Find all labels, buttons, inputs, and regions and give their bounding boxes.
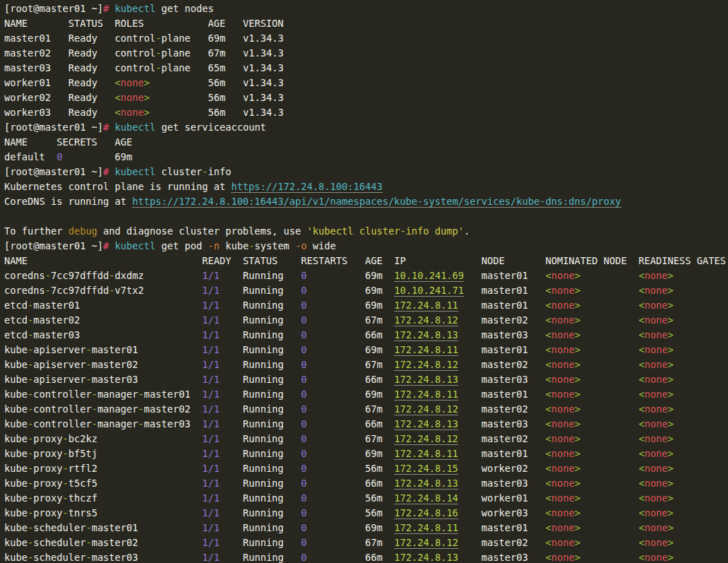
none-value: none: [645, 403, 668, 415]
cell-value: proxy: [33, 463, 62, 474]
cell-value[interactable]: 172.24.8.12: [394, 314, 458, 326]
angle-open: <: [638, 403, 644, 415]
cell-value: master01: [33, 300, 80, 311]
pods-table-row: kube-proxy-t5cf5 1/1 Running 0 66m 172.2…: [4, 476, 728, 491]
cell-value: master03: [482, 478, 528, 489]
cell-value[interactable]: 172.24.8.13: [394, 478, 458, 490]
column-header: NODE: [482, 255, 546, 266]
angle-open: <: [546, 463, 551, 474]
cell-value: plane: [162, 47, 191, 59]
cell-value: 0: [301, 403, 306, 415]
cell-value: v1.34.3: [243, 47, 284, 59]
cell-value: kube: [4, 507, 28, 518]
prompt-user-host: [root@master01 ~]: [4, 122, 103, 133]
cell-value[interactable]: 172.24.8.11: [394, 389, 458, 401]
cell-value[interactable]: 172.24.8.12: [394, 359, 458, 371]
cell-value: master02: [482, 433, 528, 444]
column-header: STATUS: [243, 255, 301, 266]
cell-value[interactable]: 172.24.8.13: [394, 418, 458, 430]
cell-value[interactable]: 172.24.8.13: [394, 552, 458, 563]
output-text[interactable]: https://172.24.8.100:16443: [231, 181, 382, 193]
cell-value[interactable]: 172.24.8.14: [394, 492, 458, 504]
cell-value[interactable]: 172.24.8.11: [394, 522, 458, 534]
hyphen: -: [109, 270, 114, 281]
angle-close: >: [575, 359, 580, 370]
prompt-user-host: [root@master01 ~]: [4, 240, 103, 251]
cell-value[interactable]: 172.24.8.15: [394, 463, 458, 475]
cell-value: Running: [243, 448, 284, 459]
none-value: none: [645, 552, 668, 563]
hyphen: -: [85, 537, 91, 548]
hyphen: -: [28, 374, 33, 385]
angle-open: <: [638, 344, 644, 355]
none-value: none: [645, 300, 668, 311]
output-text[interactable]: https://172.24.8.100:16443/api/v1/namesp…: [132, 196, 621, 208]
cell-value[interactable]: 172.24.8.11: [394, 448, 458, 460]
cell-value: 0: [301, 552, 306, 563]
angle-close: >: [668, 552, 674, 563]
cell-value: 0: [301, 522, 306, 533]
none-value: none: [645, 507, 668, 518]
none-value: none: [551, 359, 575, 370]
hyphen: -: [62, 507, 68, 518]
cell-value[interactable]: 172.24.8.11: [394, 344, 458, 356]
cell-value: 0: [301, 359, 306, 370]
cell-value[interactable]: 10.10.241.69: [394, 270, 464, 282]
cell-value[interactable]: 10.10.241.71: [394, 285, 464, 297]
angle-open: <: [546, 492, 551, 504]
cell-value: controller: [33, 403, 91, 415]
column-header: NAME: [4, 255, 202, 266]
none-value: none: [551, 522, 575, 533]
hyphen: -: [28, 344, 33, 355]
cell-value[interactable]: 172.24.8.12: [394, 433, 458, 445]
none-value: none: [645, 537, 668, 548]
none-value: none: [551, 478, 575, 489]
cell-value: 1/1: [202, 403, 220, 415]
hyphen: -: [155, 47, 161, 59]
none-value: none: [551, 507, 575, 518]
cell-value: master01: [482, 270, 528, 281]
cell-value[interactable]: 172.24.8.12: [394, 537, 458, 549]
column-header: RESTARTS: [301, 255, 365, 266]
cell-value[interactable]: 172.24.8.12: [394, 403, 458, 415]
cell-value: kube: [4, 433, 28, 444]
angle-close: >: [575, 478, 580, 489]
cell-value: etcd: [4, 314, 28, 326]
cell-value: master01: [482, 285, 528, 296]
angle-close: >: [668, 507, 674, 518]
angle-close: >: [575, 314, 580, 326]
cell-value: 69m: [115, 151, 133, 162]
hyphen: -: [28, 552, 33, 563]
cell-value: Running: [243, 418, 284, 429]
cell-value: 0: [301, 463, 306, 474]
cell-value: 1/1: [202, 359, 220, 370]
cell-value: plane: [162, 62, 191, 73]
cell-value: rtfl2: [68, 463, 97, 474]
cell-value[interactable]: 172.24.8.16: [394, 507, 458, 519]
angle-open: <: [546, 300, 551, 311]
column-header: NAME: [4, 18, 68, 29]
cell-value: Running: [243, 285, 284, 296]
column-header: READY: [202, 255, 243, 266]
cell-value: manager: [97, 403, 138, 415]
angle-close: >: [668, 478, 674, 489]
none-value: none: [551, 448, 575, 459]
command-cluster-info: [root@master01 ~]# kubectl cluster-info: [4, 165, 728, 179]
cell-value: kube: [4, 374, 28, 385]
nodes-table-row: master01 Ready control-plane 69m v1.34.3: [4, 31, 728, 46]
cell-value[interactable]: 172.24.8.13: [394, 329, 458, 341]
angle-open: <: [638, 285, 644, 296]
none-value: none: [551, 492, 575, 504]
angle-open: <: [546, 433, 551, 444]
command-arg: wide: [307, 240, 336, 251]
cell-value: proxy: [33, 507, 62, 518]
prompt-symbol: #: [103, 122, 109, 133]
angle-open: <: [546, 478, 551, 489]
cell-value: 0: [301, 507, 306, 518]
cell-value: Ready: [68, 47, 97, 59]
hyphen: -: [28, 522, 33, 533]
cell-value[interactable]: 172.24.8.13: [394, 374, 458, 386]
angle-close: >: [668, 463, 674, 474]
hyphen: -: [62, 463, 68, 474]
cell-value[interactable]: 172.24.8.11: [394, 300, 458, 312]
